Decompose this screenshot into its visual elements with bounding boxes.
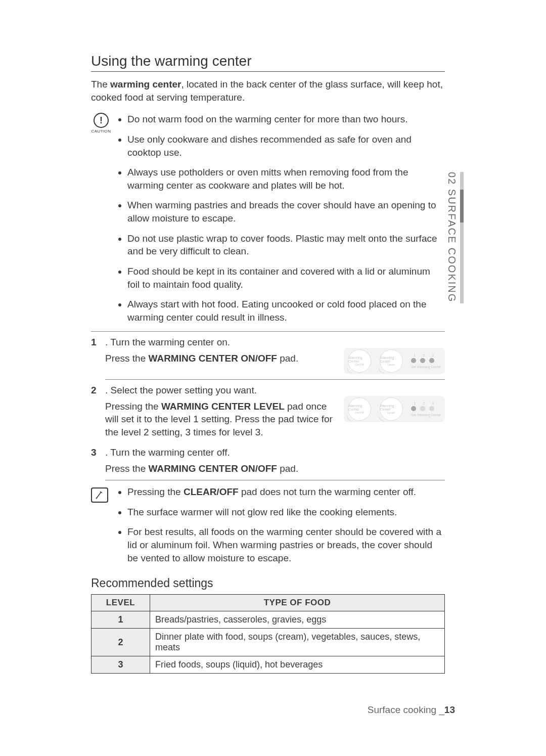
action-bold: WARMING CENTER LEVEL <box>161 401 285 412</box>
step-title: . Select the power setting you want. <box>105 385 257 395</box>
caution-glyph: ! <box>94 113 109 128</box>
step-2: 2 . Select the power setting you want. P… <box>91 385 445 443</box>
table-row: 2 Dinner plate with food, soups (cream),… <box>92 629 445 656</box>
panel-sublabel: Set Warming Center <box>411 365 441 369</box>
page-footer: Surface cooking _13 <box>368 704 455 716</box>
action-pre: Press the <box>105 463 149 474</box>
settings-table: LEVEL TYPE OF FOOD 1 Breads/pastries, ca… <box>91 594 445 674</box>
caution-icon: ! CAUTION <box>91 113 111 134</box>
panel-button-text: Warming Center <box>348 356 371 363</box>
table-cell-level: 3 <box>92 656 150 674</box>
table-header-level: LEVEL <box>92 595 150 611</box>
caution-item: Food should be kept in its container and… <box>127 265 445 291</box>
table-cell-level: 1 <box>92 611 150 629</box>
led-dot-icon <box>420 406 425 411</box>
table-cell-food: Breads/pastries, casseroles, gravies, eg… <box>150 611 445 629</box>
step-action: Press the WARMING CENTER ON/OFF pad. <box>105 462 445 475</box>
divider <box>105 480 445 480</box>
step-action: Press the WARMING CENTER ON/OFF pad. <box>105 352 336 365</box>
page-container: 02 SURFACE COOKING Using the warming cen… <box>0 0 546 756</box>
caution-item: Do not use plastic wrap to cover foods. … <box>127 232 445 258</box>
table-cell-food: Fried foods, soups (liquid), hot beverag… <box>150 656 445 674</box>
caution-item: Use only cookware and dishes recommended… <box>127 133 445 159</box>
notes-list: Pressing the CLEAR/OFF pad does not turn… <box>116 485 445 564</box>
control-panel-illustration: Warming Center On/Off Warming Center Lev… <box>344 348 445 374</box>
table-header-row: LEVEL TYPE OF FOOD <box>92 595 445 611</box>
action-post: pad. <box>277 463 298 474</box>
led-dot-icon <box>429 406 434 411</box>
panel-sublabel: Set Warming Center <box>411 413 441 417</box>
divider <box>91 331 445 332</box>
step-1: 1 . Turn the warming center on. Press th… <box>91 337 445 380</box>
panel-button-level: Warming Center Level <box>380 349 403 373</box>
page-title: Using the warming center <box>91 53 445 69</box>
step-number: 3 <box>91 447 97 458</box>
note-pre: Pressing the <box>127 486 184 497</box>
intro-pre: The <box>91 79 110 90</box>
panel-button-onoff: Warming Center On/Off <box>348 397 371 421</box>
caution-item: Do not warm food on the warming center f… <box>127 113 445 126</box>
caution-list: Do not warm food on the warming center f… <box>116 113 445 324</box>
step-title: . Turn the warming center on. <box>105 337 230 347</box>
action-bold: WARMING CENTER ON/OFF <box>149 463 277 474</box>
panel-button-sub: Level <box>388 363 395 366</box>
led-dot-icon <box>411 358 416 363</box>
note-icon <box>91 487 108 503</box>
panel-button-sub: Level <box>388 411 395 414</box>
caution-item: Always start with hot food. Eating uncoo… <box>127 298 445 324</box>
intro-bold: warming center <box>110 79 181 90</box>
panel-led-numbers: 123 <box>411 402 435 405</box>
panel-led-numbers: 123 <box>411 353 435 357</box>
title-rule <box>91 71 445 72</box>
note-item: For best results, all foods on the warmi… <box>127 525 445 564</box>
caution-callout: ! CAUTION Do not warm food on the warmin… <box>91 113 445 324</box>
panel-button-level: Warming Center Level <box>380 397 403 421</box>
footer-page-number: 13 <box>444 704 455 715</box>
action-post: pad. <box>277 353 298 364</box>
panel-button-text: Warming Center <box>380 404 402 411</box>
panel-leds: 123 Set Warming Center <box>411 402 441 417</box>
led-dot-icon <box>429 358 434 363</box>
notes-callout: Pressing the CLEAR/OFF pad does not turn… <box>91 485 445 564</box>
action-pre: Pressing the <box>105 401 161 412</box>
step-action: Pressing the WARMING CENTER LEVEL pad on… <box>105 400 336 439</box>
panel-button-sub: On/Off <box>355 363 364 366</box>
section-tab-label: 02 SURFACE COOKING <box>446 172 458 302</box>
recommended-heading: Recommended settings <box>91 576 445 590</box>
step-3: 3 . Turn the warming center off. Press t… <box>91 447 445 481</box>
intro-paragraph: The warming center, located in the back … <box>91 78 445 104</box>
side-tab-highlight <box>460 190 464 223</box>
panel-button-text: Warming Center <box>380 356 402 363</box>
led-dot-icon <box>420 358 425 363</box>
note-item: Pressing the CLEAR/OFF pad does not turn… <box>127 485 445 499</box>
steps-list: 1 . Turn the warming center on. Press th… <box>91 337 445 481</box>
step-number: 1 <box>91 337 97 348</box>
note-bold: CLEAR/OFF <box>184 486 239 497</box>
led-dot-icon <box>411 406 416 411</box>
footer-text: Surface cooking _ <box>368 704 444 715</box>
action-pre: Press the <box>105 353 149 364</box>
table-cell-food: Dinner plate with food, soups (cream), v… <box>150 629 445 656</box>
step-number: 2 <box>91 385 97 396</box>
panel-leds: 123 Set Warming Center <box>411 353 441 369</box>
table-cell-level: 2 <box>92 629 150 656</box>
divider <box>105 379 445 380</box>
table-row: 3 Fried foods, soups (liquid), hot bever… <box>92 656 445 674</box>
caution-item: When warming pastries and breads the cov… <box>127 199 445 225</box>
panel-button-onoff: Warming Center On/Off <box>348 349 371 373</box>
panel-button-sub: On/Off <box>355 411 364 414</box>
table-row: 1 Breads/pastries, casseroles, gravies, … <box>92 611 445 629</box>
step-title: . Turn the warming center off. <box>105 447 230 458</box>
caution-item: Always use potholders or oven mitts when… <box>127 166 445 192</box>
panel-button-text: Warming Center <box>348 404 371 411</box>
control-panel-illustration: Warming Center On/Off Warming Center Lev… <box>344 396 445 422</box>
caution-label: CAUTION <box>91 129 111 134</box>
note-item: The surface warmer will not glow red lik… <box>127 506 445 519</box>
note-post: pad does not turn the warming center off… <box>239 486 416 497</box>
action-bold: WARMING CENTER ON/OFF <box>149 353 277 364</box>
table-header-food: TYPE OF FOOD <box>150 595 445 611</box>
